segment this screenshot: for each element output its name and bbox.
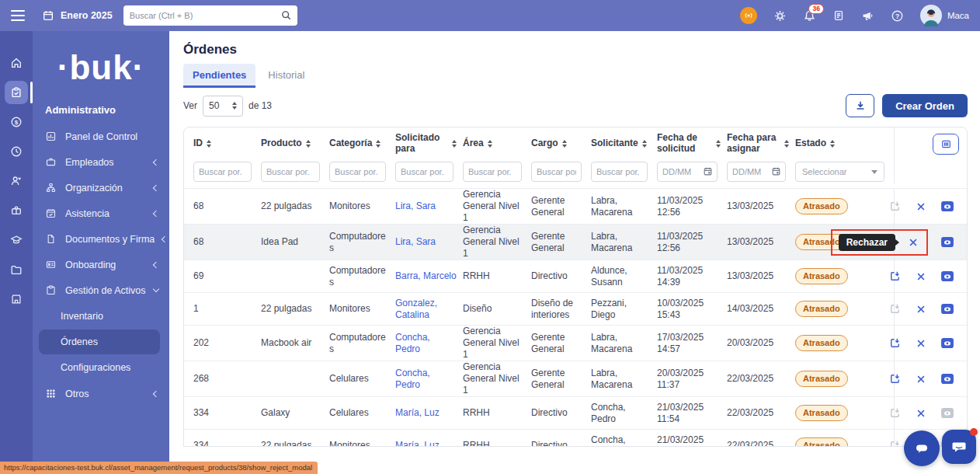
help-icon[interactable]: ? [891,9,904,23]
cell-id: 202 [193,337,261,349]
cell-solicitante: Labra, Macarena [591,195,657,218]
filter-solicitante-input[interactable] [591,162,648,182]
assign-order-button[interactable] [888,406,902,420]
notes-icon[interactable] [832,9,845,22]
hamburger-menu-icon[interactable] [11,10,25,21]
sort-icon [784,140,789,148]
assign-order-button[interactable] [888,200,902,214]
assign-order-button[interactable] [888,336,902,350]
solicitado-para-link[interactable]: María, Luz [395,440,440,447]
sidebar-item-otros[interactable]: Otros [33,381,169,406]
filter-cargo-input[interactable] [531,162,582,182]
settings-gear-icon[interactable] [773,9,787,23]
cell-fecha-asignar: 22/03/2025 [727,440,795,447]
reject-order-button[interactable] [906,235,920,249]
assign-order-button[interactable] [888,372,902,386]
column-settings-button[interactable] [933,134,959,155]
column-header-cargo[interactable]: Cargo [531,138,591,149]
period-selector[interactable]: Enero 2025 [42,9,113,22]
column-header-fecha-solicitud[interactable]: Fecha de solicitud [657,133,727,155]
view-order-button[interactable] [940,336,954,350]
per-page-select[interactable]: 50 [203,96,243,117]
filter-fecha-asignar-input[interactable] [727,162,786,182]
cell-fecha-solicitud: 21/03/202511:54 [657,402,727,425]
filter-area-input[interactable] [463,162,522,182]
notifications-bell-icon[interactable]: 36 [803,9,816,23]
sidebar-item-documentos-y-firma[interactable]: Documentos y Firma [33,226,169,252]
assign-order-button[interactable] [888,302,902,316]
support-icon[interactable] [740,7,757,24]
column-header-id[interactable]: ID [193,138,261,149]
solicitado-para-link[interactable]: Gonzalez, Catalina [395,298,437,320]
help-chat-button[interactable] [942,430,976,464]
cell-categoria: Monitores [329,303,395,315]
cell-solicitante: Labra, Macarena [591,231,657,254]
view-order-button[interactable] [940,406,954,420]
asset-management-rail-icon[interactable] [5,81,28,104]
reject-order-button[interactable] [914,302,928,316]
sidebar-item-empleados[interactable]: Empleados [33,149,169,175]
reject-order-button[interactable] [914,270,928,284]
filter-solicitado-para-input[interactable] [395,162,454,182]
documents-folder-icon[interactable] [5,258,28,281]
reject-order-button[interactable] [914,200,928,214]
export-download-button[interactable] [846,94,874,117]
sidebar-item-panel-de-control[interactable]: Panel de Control [33,124,169,149]
column-header-producto[interactable]: Producto [261,138,329,149]
filter-fecha-solicitud-input[interactable] [657,162,718,182]
reject-order-button[interactable] [914,406,928,420]
training-graduation-icon[interactable] [5,228,28,252]
column-header-solicitante[interactable]: Solicitante [591,138,657,149]
view-order-button[interactable] [940,302,954,316]
filter-producto-input[interactable] [261,162,320,182]
user-profile[interactable]: Maca [920,5,969,26]
column-header-estado[interactable]: Estado [795,138,894,149]
create-order-button[interactable]: Crear Orden [882,94,968,117]
payroll-dollar-icon[interactable]: $ [5,110,28,134]
solicitado-para-link[interactable]: Concha, Pedro [395,332,430,354]
home-icon[interactable] [5,51,28,75]
solicitado-para-link[interactable]: Lira, Sara [395,236,436,247]
solicitado-para-link[interactable]: Concha, Pedro [395,368,430,390]
search-icon[interactable] [280,9,292,24]
column-header-fecha-asignar[interactable]: Fecha para asignar [727,133,795,155]
column-header-categoria[interactable]: Categoría [329,138,395,149]
assign-order-button[interactable] [888,270,902,284]
talent-icon[interactable]: ♥ [5,169,28,193]
cell-fecha-solicitud: 11/03/202512:56 [657,195,727,218]
sidebar-subitem-configuraciones[interactable]: Configuraciones [39,355,160,380]
feedback-chat-button[interactable] [904,430,940,466]
reject-order-button[interactable] [914,372,928,386]
cell-fecha-asignar: 13/03/2025 [727,236,795,248]
column-header-area[interactable]: Área [463,138,531,149]
view-order-button[interactable] [940,200,954,214]
page-title: Órdenes [183,42,968,58]
solicitado-para-link[interactable]: Barra, Marcelo [395,270,457,281]
tab-historial[interactable]: Historial [259,64,314,88]
sidebar-subitem-inventario[interactable]: Inventario [39,304,160,329]
benefits-icon[interactable] [5,199,28,222]
view-order-button[interactable] [940,372,954,386]
assign-order-button[interactable] [888,439,902,448]
sidebar-item-asistencia[interactable]: Asistencia [33,200,169,226]
solicitado-para-link[interactable]: María, Luz [395,407,440,418]
marketplace-store-icon[interactable] [5,288,28,311]
sort-icon [207,140,211,148]
view-order-button[interactable] [940,235,954,249]
sidebar-subitem-ordenes[interactable]: Órdenes [39,329,160,354]
sidebar-item-organizacion[interactable]: Organización [33,175,169,200]
sidebar-item-gestion-de-activos[interactable]: Gestión de Activos [33,277,169,303]
sidebar-item-onboarding[interactable]: Onboarding [33,252,169,277]
column-header-solicitado-para[interactable]: Solicitado para [395,133,463,155]
search-input[interactable] [123,5,297,26]
view-order-button[interactable] [940,270,954,284]
solicitado-para-link[interactable]: Lira, Sara [395,200,436,211]
reject-order-button[interactable] [914,336,928,350]
filter-id-input[interactable] [193,162,252,182]
filter-estado-select[interactable]: Seleccionar [795,162,884,182]
announcements-megaphone-icon[interactable] [861,9,874,23]
filter-categoria-input[interactable] [329,162,386,182]
tab-pendientes[interactable]: Pendientes [183,64,255,88]
time-clock-icon[interactable] [5,140,28,163]
cell-producto: 22 pulgadas [261,200,329,212]
